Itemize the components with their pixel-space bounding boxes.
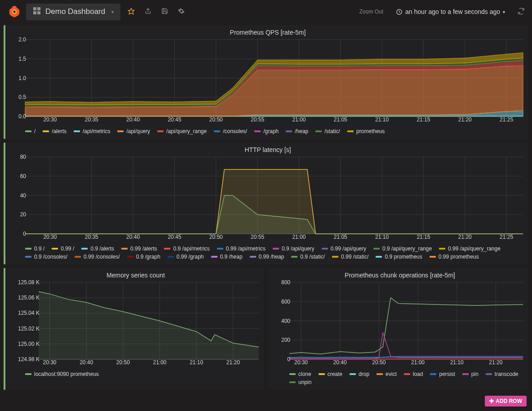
legend-item[interactable]: / (25, 128, 35, 134)
legend-item[interactable]: 0.99 / (52, 246, 74, 252)
legend-swatch (462, 373, 469, 375)
timerange-selector[interactable]: an hour ago to a few seconds ago ▾ (396, 8, 505, 15)
legend-item[interactable]: 0.99 prometheus (430, 254, 479, 260)
legend-item[interactable]: 0.99 /consoles/ (75, 254, 120, 260)
plus-icon: ✚ (489, 398, 494, 404)
legend-label: clone (298, 371, 311, 377)
legend-swatch (117, 130, 124, 132)
panel-chunks[interactable]: Prometheus chunk operations [rate-5m] 02… (268, 268, 528, 390)
legend-item[interactable]: /heap (286, 128, 308, 134)
legend-label: /static/ (324, 128, 340, 134)
legend-swatch (486, 373, 492, 375)
svg-rect-2 (33, 7, 36, 10)
legend-item[interactable]: /graph (254, 128, 279, 134)
legend-item[interactable]: 0.9 prometheus (376, 254, 422, 260)
panel-title: HTTP latency [s] (7, 143, 528, 155)
legend-item[interactable]: /api/query_range (157, 128, 207, 134)
legend-swatch (164, 248, 170, 250)
legend-label: 0.9 /heap (220, 254, 243, 260)
legend-item[interactable]: 0.9 /api/query_range (373, 246, 432, 252)
legend-swatch (168, 256, 174, 258)
legend-item[interactable]: drop (350, 371, 369, 377)
legend-swatch (439, 248, 445, 250)
legend-swatch (25, 248, 31, 250)
legend-label: 0.99 /static/ (341, 254, 368, 260)
legend-swatch (157, 130, 164, 132)
legend-label: 0.9 prometheus (385, 254, 422, 260)
legend: clonecreatedropevictloadpersistpintransc… (271, 368, 528, 390)
legend-item[interactable]: 0.9 /heap (211, 254, 243, 260)
panel-memory[interactable]: Memory series count 124.98 K125.00 K125.… (4, 268, 264, 390)
legend-item[interactable]: localhost:9090 prometheus (25, 371, 99, 377)
legend-swatch (430, 373, 436, 375)
legend-label: 0.99 /graph (177, 254, 204, 260)
refresh-icon[interactable] (518, 8, 525, 16)
legend-item[interactable]: 0.99 /alerts (121, 246, 157, 252)
legend-label: /api/metrics (83, 128, 110, 134)
legend-item[interactable]: 0.99 /static/ (332, 254, 368, 260)
legend-swatch (74, 130, 80, 132)
legend-label: transcode (495, 371, 519, 377)
legend-swatch (315, 130, 322, 132)
legend-swatch (25, 373, 31, 375)
legend-swatch (273, 248, 279, 250)
legend-item[interactable]: 0.99 /graph (168, 254, 204, 260)
legend-label: /api/query (126, 128, 150, 134)
save-icon[interactable] (159, 5, 171, 18)
legend-label: 0.99 /heap (259, 254, 284, 260)
grafana-logo[interactable] (7, 4, 22, 19)
panel-qps[interactable]: Prometheus QPS [rate-5m] 0.00.51.01.52.0… (4, 25, 528, 139)
legend-swatch (377, 373, 383, 375)
chart-chunks[interactable]: 020040060080020:3020:4020:5021:0021:1021… (271, 281, 528, 368)
legend-item[interactable]: 0.9 /graph (127, 254, 160, 260)
legend-label: prometheus (356, 128, 385, 134)
zoom-out-button[interactable]: Zoom Out (359, 9, 383, 15)
legend-item[interactable]: clone (289, 371, 311, 377)
chart-latency[interactable]: 02040608020:3020:3520:4020:4520:5020:552… (7, 155, 528, 243)
legend-item[interactable]: 0.99 /api/metrics (217, 246, 266, 252)
legend-item[interactable]: 0.9 /static/ (291, 254, 325, 260)
star-icon[interactable] (125, 5, 137, 19)
legend-label: 0.99 /api/query (331, 246, 366, 252)
legend: //alerts/api/metrics/api/query/api/query… (7, 125, 528, 139)
legend-item[interactable]: pin (462, 371, 479, 377)
legend-item[interactable]: 0.99 /heap (250, 254, 284, 260)
legend-item[interactable]: /api/metrics (74, 128, 110, 134)
legend-swatch (254, 130, 261, 132)
navbar: Demo Dashboard ▾ Zoom Out an hour ago to… (0, 0, 532, 23)
legend-item[interactable]: load (404, 371, 423, 377)
legend-item[interactable]: /alerts (43, 128, 66, 134)
dashboard-selector[interactable]: Demo Dashboard ▾ (26, 4, 120, 20)
legend-item[interactable]: unpin (289, 379, 311, 385)
legend-label: load (413, 371, 423, 377)
legend-item[interactable]: prometheus (347, 128, 385, 134)
legend-label: persist (439, 371, 455, 377)
legend-label: 0.9 /alerts (90, 246, 114, 252)
chart-memory[interactable]: 124.98 K125.00 K125.02 K125.04 K125.06 K… (7, 281, 264, 368)
legend-label: /heap (295, 128, 308, 134)
legend-label: 0.9 /static/ (300, 254, 325, 260)
legend-item[interactable]: /consoles/ (214, 128, 247, 134)
legend-item[interactable]: 0.9 /consoles/ (25, 254, 67, 260)
legend-item[interactable]: create (319, 371, 342, 377)
gear-icon[interactable] (175, 5, 187, 18)
legend-item[interactable]: 0.99 /api/query (322, 246, 366, 252)
caret-down-icon: ▾ (111, 9, 114, 14)
legend-item[interactable]: 0.9 /api/metrics (164, 246, 209, 252)
legend-item[interactable]: evict (377, 371, 397, 377)
legend-item[interactable]: transcode (486, 371, 519, 377)
legend-item[interactable]: /api/query (117, 128, 150, 134)
legend-swatch (347, 130, 354, 132)
add-row-button[interactable]: ✚ ADD ROW (485, 396, 527, 407)
legend-item[interactable]: /static/ (315, 128, 340, 134)
legend-item[interactable]: 0.9 / (25, 246, 44, 252)
legend-item[interactable]: 0.99 /api/query_range (439, 246, 501, 252)
share-icon[interactable] (142, 5, 154, 18)
legend-item[interactable]: 0.9 /alerts (81, 246, 114, 252)
chart-qps[interactable]: 0.00.51.01.52.020:3020:3520:4020:4520:50… (7, 38, 528, 125)
panel-latency[interactable]: HTTP latency [s] 02040608020:3020:3520:4… (4, 143, 528, 264)
legend-swatch (291, 256, 297, 258)
legend-item[interactable]: 0.9 /api/query (273, 246, 315, 252)
legend-item[interactable]: persist (430, 371, 455, 377)
legend-swatch (332, 256, 338, 258)
